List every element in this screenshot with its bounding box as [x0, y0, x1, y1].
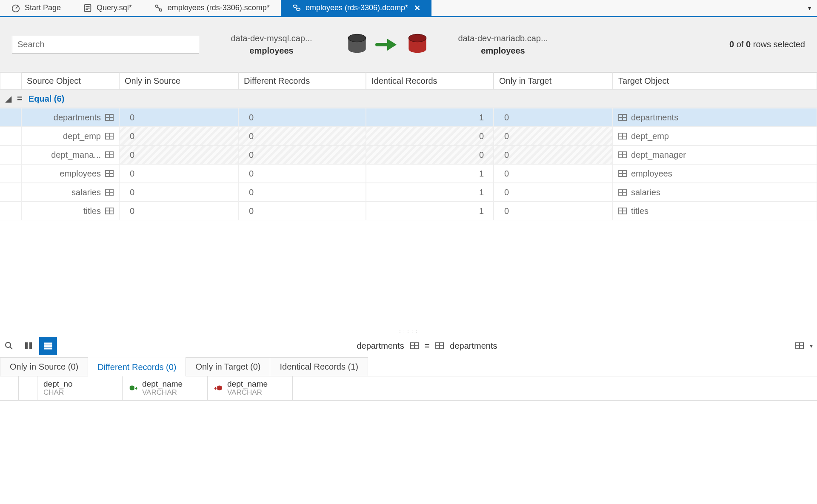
- target-object-cell[interactable]: departments: [613, 108, 817, 127]
- selection-suffix: rows selected: [753, 40, 805, 49]
- table-grid-icon[interactable]: [795, 342, 804, 349]
- source-db-name: employees: [249, 46, 293, 56]
- target-object-cell[interactable]: titles: [613, 202, 817, 220]
- target-object-cell[interactable]: employees: [613, 164, 817, 183]
- row-checkbox-cell[interactable]: [0, 164, 21, 183]
- source-object-cell[interactable]: dept_emp: [21, 127, 119, 145]
- splitter-handle[interactable]: : : : : :: [0, 327, 817, 334]
- selected-left: departments: [357, 341, 404, 351]
- identical-cell: 0: [366, 145, 494, 164]
- selected-object-label: departments = departments: [59, 341, 795, 351]
- svg-point-0: [12, 5, 20, 12]
- arrow-right-icon: [370, 36, 404, 53]
- different-cell: 0: [238, 202, 366, 220]
- target-db-group: data-dev-mariadb.cap... employees: [439, 34, 567, 56]
- target-object-cell[interactable]: dept_manager: [613, 145, 817, 164]
- find-button[interactable]: [0, 337, 18, 355]
- only-source-cell: 0: [119, 145, 238, 164]
- svg-rect-15: [44, 348, 52, 349]
- detail-tab[interactable]: Only in Source (0): [0, 357, 88, 376]
- database-source-icon: [344, 31, 370, 58]
- detail-tabs: Only in Source (0)Different Records (0)O…: [0, 357, 817, 376]
- selected-num: 0: [729, 40, 734, 49]
- close-icon[interactable]: ✕: [414, 3, 420, 13]
- row-checkbox-cell[interactable]: [0, 202, 21, 220]
- tab-query-sql[interactable]: Query.sql*: [72, 0, 143, 16]
- only-target-cell: 0: [494, 164, 613, 183]
- detail-column-headers: dept_noCHARdept_nameVARCHARdept_nameVARC…: [0, 376, 817, 401]
- only-source-cell: 0: [119, 183, 238, 202]
- selection-count: 0 of 0 rows selected: [729, 40, 805, 49]
- tab-strip: Start Page Query.sql* employees (rds-330…: [0, 0, 817, 17]
- only-source-cell: 0: [119, 127, 238, 145]
- source-object-cell[interactable]: dept_mana...: [21, 145, 119, 164]
- target-object-cell[interactable]: dept_emp: [613, 127, 817, 145]
- identical-cell: 1: [366, 202, 494, 220]
- different-cell: 0: [238, 127, 366, 145]
- only-target-cell: 0: [494, 108, 613, 127]
- only-source-cell: 0: [119, 108, 238, 127]
- comparison-grid-wrap: Source ObjectOnly in SourceDifferent Rec…: [0, 72, 817, 327]
- tab-dcomp[interactable]: employees (rds-3306).dcomp* ✕: [281, 0, 431, 16]
- table-icon: [435, 342, 444, 349]
- different-cell: 0: [238, 164, 366, 183]
- tab-label: Start Page: [25, 3, 61, 12]
- svg-point-10: [6, 342, 11, 347]
- detail-tab[interactable]: Only in Target (0): [186, 357, 270, 376]
- comparison-header: data-dev-mysql.cap... employees data-dev…: [0, 17, 817, 72]
- tab-overflow-button[interactable]: ▾: [802, 0, 817, 16]
- database-target-icon: [404, 31, 431, 58]
- grid-header[interactable]: Only in Source: [119, 72, 238, 90]
- row-checkbox-cell[interactable]: [0, 127, 21, 145]
- row-checkbox-cell[interactable]: [0, 183, 21, 202]
- detail-tab[interactable]: Different Records (0): [88, 358, 186, 376]
- source-object-cell[interactable]: employees: [21, 164, 119, 183]
- grid-header[interactable]: Identical Records: [366, 72, 494, 90]
- svg-rect-12: [29, 342, 32, 349]
- identical-cell: 1: [366, 108, 494, 127]
- db-in-icon: [214, 384, 223, 393]
- grid-spacer: [0, 72, 21, 90]
- grid-header[interactable]: Different Records: [238, 72, 366, 90]
- svg-point-5: [296, 8, 300, 11]
- grid-header[interactable]: Only in Target: [494, 72, 613, 90]
- data-compare-icon: [292, 3, 301, 13]
- comparison-grid: Source ObjectOnly in SourceDifferent Rec…: [0, 72, 817, 220]
- chevron-down-icon[interactable]: ▾: [810, 342, 813, 349]
- group-row[interactable]: ◢=Equal (6): [0, 90, 817, 108]
- only-source-cell: 0: [119, 202, 238, 220]
- identical-cell: 1: [366, 183, 494, 202]
- source-object-cell[interactable]: titles: [21, 202, 119, 220]
- only-source-cell: 0: [119, 164, 238, 183]
- svg-rect-11: [25, 342, 28, 349]
- column-header[interactable]: dept_nameVARCHAR: [208, 376, 293, 400]
- grid-header[interactable]: Source Object: [21, 72, 119, 90]
- source-object-cell[interactable]: salaries: [21, 183, 119, 202]
- tab-scomp[interactable]: employees (rds-3306).scomp*: [143, 0, 281, 16]
- source-host: data-dev-mysql.cap...: [231, 34, 312, 43]
- search-input[interactable]: [12, 36, 199, 54]
- collapse-icon[interactable]: ◢: [5, 94, 11, 104]
- grid-header[interactable]: Target Object: [613, 72, 817, 90]
- source-object-cell[interactable]: departments: [21, 108, 119, 127]
- identical-cell: 1: [366, 164, 494, 183]
- columns-compare-icon[interactable]: [20, 337, 37, 355]
- tab-label: Query.sql*: [97, 3, 132, 12]
- only-target-cell: 0: [494, 183, 613, 202]
- column-header[interactable]: dept_nameVARCHAR: [123, 376, 208, 400]
- tab-label: employees (rds-3306).scomp*: [168, 3, 270, 12]
- tab-start-page[interactable]: Start Page: [0, 0, 72, 16]
- selected-right: departments: [450, 341, 497, 351]
- equals-icon: =: [17, 93, 23, 104]
- target-host: data-dev-mariadb.cap...: [458, 34, 548, 43]
- rows-compare-icon[interactable]: [39, 337, 57, 355]
- row-checkbox-cell[interactable]: [0, 145, 21, 164]
- detail-tab[interactable]: Identical Records (1): [270, 357, 368, 376]
- target-object-cell[interactable]: salaries: [613, 183, 817, 202]
- total-num: 0: [746, 40, 751, 49]
- column-header[interactable]: dept_noCHAR: [37, 376, 123, 400]
- gauge-icon: [11, 3, 20, 13]
- target-db-name: employees: [481, 46, 525, 56]
- row-checkbox-cell[interactable]: [0, 108, 21, 127]
- svg-point-4: [293, 5, 297, 7]
